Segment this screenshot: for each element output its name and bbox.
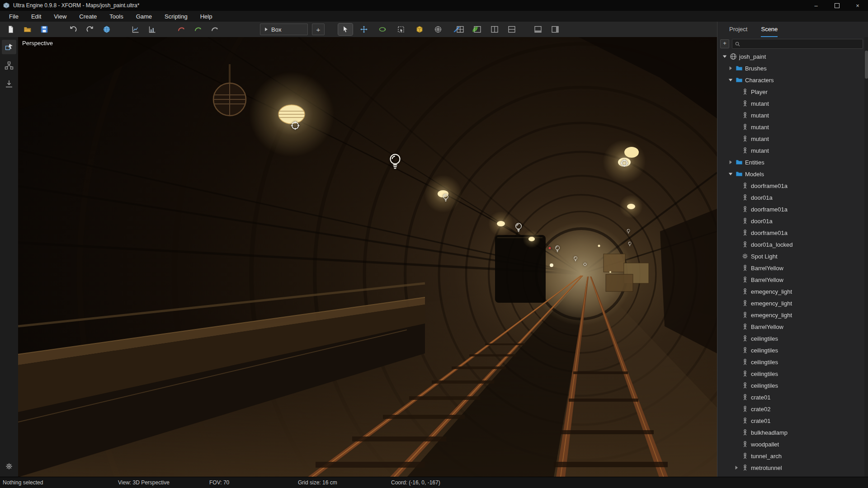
panel-scrollbar[interactable]	[864, 37, 868, 477]
tree-row[interactable]: Brushes	[717, 62, 864, 74]
tree-row[interactable]: mutant	[717, 121, 864, 133]
redo-button[interactable]	[83, 23, 97, 35]
graph-button[interactable]	[128, 23, 143, 35]
tree-row[interactable]: ceilingtiles	[717, 356, 864, 368]
tree-row[interactable]: tunnel_arch	[717, 450, 864, 462]
target-gizmo[interactable]	[290, 121, 300, 131]
new-file-button[interactable]	[4, 23, 18, 35]
tree-row[interactable]: BarrelYellow	[717, 321, 864, 333]
expanded-expander-icon[interactable]	[728, 77, 733, 83]
scale-tool-button[interactable]	[394, 23, 408, 35]
undo-button[interactable]	[66, 23, 80, 35]
tree-row[interactable]: door01a_locked	[717, 239, 864, 250]
tree-row[interactable]: mutant	[717, 145, 864, 156]
tab-project[interactable]: Project	[729, 22, 747, 37]
select-tool-button[interactable]	[338, 23, 353, 35]
tree-row[interactable]: Entities	[717, 156, 864, 168]
rotate-red-button[interactable]	[174, 23, 189, 35]
layout-quad-button[interactable]	[453, 23, 467, 35]
collapsed-expander-icon[interactable]	[734, 465, 739, 470]
close-button[interactable]: ×	[847, 0, 868, 11]
search-box[interactable]	[732, 39, 863, 49]
menu-help[interactable]: Help	[194, 11, 219, 22]
bulb-gizmo[interactable]	[514, 222, 523, 233]
move-tool-button[interactable]	[357, 23, 371, 35]
tree-row[interactable]: mutant	[717, 133, 864, 145]
target-gizmo[interactable]	[620, 159, 629, 168]
tree-row[interactable]: Spot Light	[717, 250, 864, 262]
tree-row[interactable]: door01a	[717, 192, 864, 203]
tree-row[interactable]: BarrelYellow	[717, 262, 864, 274]
menu-file[interactable]: File	[3, 11, 25, 22]
tree-row[interactable]: mutant	[717, 109, 864, 121]
tree-row[interactable]: ceilingtiles	[717, 368, 864, 380]
texture-tool-button[interactable]	[412, 23, 427, 35]
rotate-gray-button[interactable]	[208, 23, 222, 35]
toggle-sidebar-button[interactable]	[548, 23, 562, 35]
primitive-dropdown[interactable]: Box	[260, 23, 308, 35]
maximize-button[interactable]	[826, 0, 847, 11]
tree-row[interactable]: ceilingtiles	[717, 333, 864, 344]
layout-columns-button[interactable]	[487, 23, 502, 35]
dot-gizmo[interactable]	[549, 247, 551, 249]
sphere-tool-button[interactable]	[431, 23, 445, 35]
tree-row[interactable]: crate01	[717, 391, 864, 403]
tree-row[interactable]: doorframe01a	[717, 203, 864, 215]
select-mode-button[interactable]	[2, 40, 16, 54]
expanded-expander-icon[interactable]	[722, 54, 727, 59]
tree-row[interactable]: crate01	[717, 415, 864, 427]
tree-row[interactable]: emegency_light	[717, 309, 864, 321]
tree-row[interactable]: woodpallet	[717, 438, 864, 450]
tree-row[interactable]: josh_paint	[717, 51, 864, 62]
minimize-button[interactable]: –	[806, 0, 826, 11]
menu-tools[interactable]: Tools	[103, 11, 129, 22]
target-gizmo[interactable]	[583, 263, 587, 267]
tree-row[interactable]: doorframe01a	[717, 227, 864, 239]
layout-single-button[interactable]	[470, 23, 485, 35]
viewport-3d[interactable]: Perspective	[18, 37, 717, 477]
tree-row[interactable]: BarrelYellow	[717, 274, 864, 286]
menu-game[interactable]: Game	[130, 11, 158, 22]
tree-row[interactable]: ceilingtiles	[717, 380, 864, 391]
expanded-expander-icon[interactable]	[728, 171, 733, 177]
bulb-gizmo[interactable]	[573, 256, 578, 262]
collapsed-expander-icon[interactable]	[728, 160, 733, 165]
globe-button[interactable]	[99, 23, 114, 35]
tree-row[interactable]: door01a	[717, 215, 864, 227]
add-primitive-button[interactable]: +	[312, 23, 325, 35]
tree-row[interactable]: emegency_light	[717, 286, 864, 297]
tree-row[interactable]: mutant	[717, 98, 864, 109]
add-item-button[interactable]: +	[720, 39, 729, 48]
collapsed-expander-icon[interactable]	[728, 66, 733, 71]
layout-rows-button[interactable]	[505, 23, 519, 35]
import-button[interactable]	[2, 77, 16, 91]
toggle-console-button[interactable]	[531, 23, 545, 35]
search-input[interactable]	[742, 40, 860, 47]
tree-row[interactable]: Player	[717, 86, 864, 98]
menu-scripting[interactable]: Scripting	[158, 11, 194, 22]
tree-row[interactable]: Characters	[717, 74, 864, 86]
rotate-green-button[interactable]	[191, 23, 205, 35]
bulb-gizmo[interactable]	[388, 153, 402, 171]
bulb-gizmo[interactable]	[628, 241, 632, 247]
tree-row[interactable]: Models	[717, 168, 864, 180]
tree-row[interactable]: doorframe01a	[717, 180, 864, 192]
menu-edit[interactable]: Edit	[25, 11, 47, 22]
settings-button[interactable]	[2, 459, 16, 474]
hierarchy-mode-button[interactable]	[2, 58, 16, 73]
menu-view[interactable]: View	[47, 11, 73, 22]
tree-row[interactable]: crate02	[717, 403, 864, 415]
scrollbar-thumb[interactable]	[865, 51, 868, 79]
menu-create[interactable]: Create	[73, 11, 103, 22]
tree-row[interactable]: metrotunnel	[717, 462, 864, 474]
tree-row[interactable]: bulkheadlamp	[717, 427, 864, 438]
open-file-button[interactable]	[20, 23, 35, 35]
chart-button[interactable]	[145, 23, 160, 35]
tree-row[interactable]: ceilingtiles	[717, 344, 864, 356]
rotate-tool-button[interactable]	[375, 23, 390, 35]
tab-scene[interactable]: Scene	[761, 22, 778, 37]
bulb-gizmo[interactable]	[555, 245, 561, 253]
bulb-gizmo[interactable]	[443, 193, 449, 202]
bulb-gizmo[interactable]	[627, 229, 631, 234]
tree-row[interactable]: emegency_light	[717, 297, 864, 309]
